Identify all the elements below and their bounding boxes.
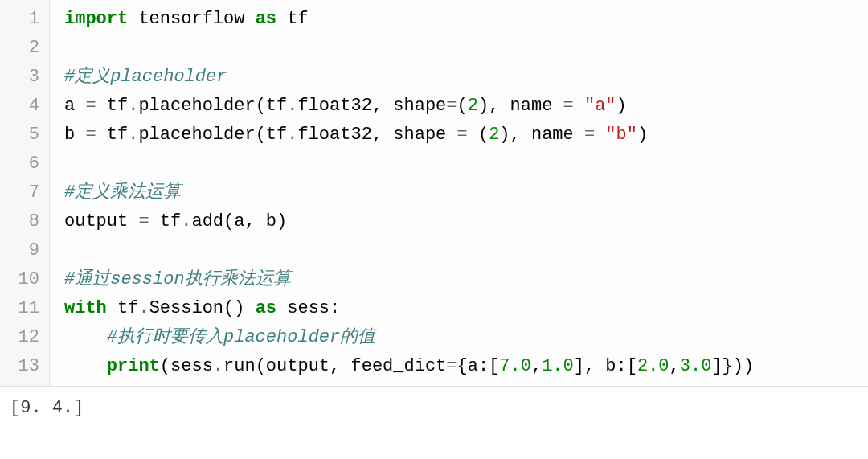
code-token: tf (96, 125, 129, 145)
code-token: #通过session执行乘法运算 (64, 269, 291, 289)
code-token: with (64, 298, 107, 318)
code-token: = (138, 211, 149, 232)
code-token (64, 327, 107, 347)
code-line: #定义placeholder (64, 63, 868, 92)
code-line: print(sess.run(output, feed_dict={a:[7.0… (64, 352, 868, 381)
code-line: #通过session执行乘法运算 (64, 265, 868, 294)
code-token: placeholder(tf (138, 96, 287, 116)
code-token: = (446, 356, 457, 376)
line-number: 10 (0, 265, 39, 294)
code-line (64, 236, 868, 265)
code-token: 7.0 (499, 356, 531, 376)
code-token: tensorflow (128, 9, 255, 29)
line-number: 7 (0, 178, 39, 207)
code-token: = (446, 96, 457, 116)
line-number: 5 (0, 121, 39, 150)
code-token: Session() (149, 298, 256, 318)
code-token: b (64, 125, 85, 145)
line-number: 12 (0, 323, 39, 352)
code-token (574, 96, 584, 116)
code-token: ], b:[ (574, 356, 637, 376)
code-token: tf (107, 298, 139, 318)
code-token: . (128, 125, 138, 145)
code-token: = (584, 125, 595, 145)
code-token: = (85, 125, 96, 145)
code-token: ( (457, 96, 468, 116)
code-token: float32, shape (297, 96, 446, 116)
code-token: as (256, 298, 276, 318)
code-token: ), name (478, 96, 563, 116)
code-token: . (287, 96, 297, 116)
line-number: 13 (0, 352, 39, 381)
line-number: 9 (0, 236, 39, 265)
code-line (64, 34, 868, 63)
code-token: as (256, 9, 276, 29)
line-number: 4 (0, 92, 39, 121)
code-token: , (531, 356, 542, 376)
code-token: , (669, 356, 680, 376)
code-token (595, 125, 605, 145)
code-line: with tf.Session() as sess: (64, 294, 868, 323)
code-token: tf (276, 9, 309, 29)
code-token: 2 (468, 96, 478, 116)
code-token: a (64, 96, 85, 116)
code-token: "b" (605, 125, 637, 145)
code-token: tf (96, 96, 129, 116)
code-token: ), name (499, 125, 584, 145)
code-token: "a" (584, 96, 616, 116)
code-token: 3.0 (680, 356, 712, 376)
code-token: . (181, 211, 191, 232)
code-line: #执行时要传入placeholder的值 (64, 323, 868, 352)
code-line (64, 150, 868, 178)
code-line: a = tf.placeholder(tf.float32, shape=(2)… (64, 92, 868, 121)
line-number-gutter: 12345678910111213 (0, 0, 50, 386)
line-number: 11 (0, 294, 39, 323)
code-line: output = tf.add(a, b) (64, 207, 868, 236)
code-token: = (563, 96, 574, 116)
code-token: #执行时要传入placeholder的值 (107, 327, 375, 347)
code-token: . (213, 356, 223, 376)
code-token: = (457, 125, 468, 145)
code-token: float32, shape (297, 125, 457, 145)
output-text: [9. 4.] (0, 387, 868, 429)
code-token: print (107, 356, 160, 376)
line-number: 6 (0, 150, 39, 178)
code-token: #定义乘法运算 (64, 182, 181, 203)
line-number: 1 (0, 5, 39, 34)
code-area: import tensorflow as tf #定义placeholdera … (50, 0, 868, 386)
code-token: ) (616, 96, 627, 116)
code-token (64, 356, 107, 376)
code-token: = (85, 96, 96, 116)
code-token: placeholder(tf (138, 125, 287, 145)
code-block: 12345678910111213 import tensorflow as t… (0, 0, 868, 387)
code-token: tf (149, 211, 182, 232)
code-token: ) (637, 125, 648, 145)
code-token: {a:[ (457, 356, 500, 376)
code-token: import (64, 9, 128, 29)
code-token: ( (468, 125, 489, 145)
code-token: (sess (160, 356, 213, 376)
code-token: . (138, 298, 149, 318)
code-token: output (64, 211, 138, 232)
code-token: . (287, 125, 297, 145)
code-token: . (128, 96, 138, 116)
code-line: #定义乘法运算 (64, 178, 868, 207)
code-token: sess: (276, 298, 340, 318)
line-number: 2 (0, 34, 39, 63)
code-line: b = tf.placeholder(tf.float32, shape = (… (64, 121, 868, 150)
code-token: 2 (489, 125, 499, 145)
code-token: 2.0 (637, 356, 669, 376)
code-token: 1.0 (542, 356, 574, 376)
code-line: import tensorflow as tf (64, 5, 868, 34)
code-token: #定义placeholder (64, 67, 227, 87)
code-token: add(a, b) (191, 211, 287, 232)
line-number: 8 (0, 207, 39, 236)
line-number: 3 (0, 63, 39, 92)
code-token: run(output, feed_dict (223, 356, 446, 376)
code-token: ]})) (711, 356, 754, 376)
